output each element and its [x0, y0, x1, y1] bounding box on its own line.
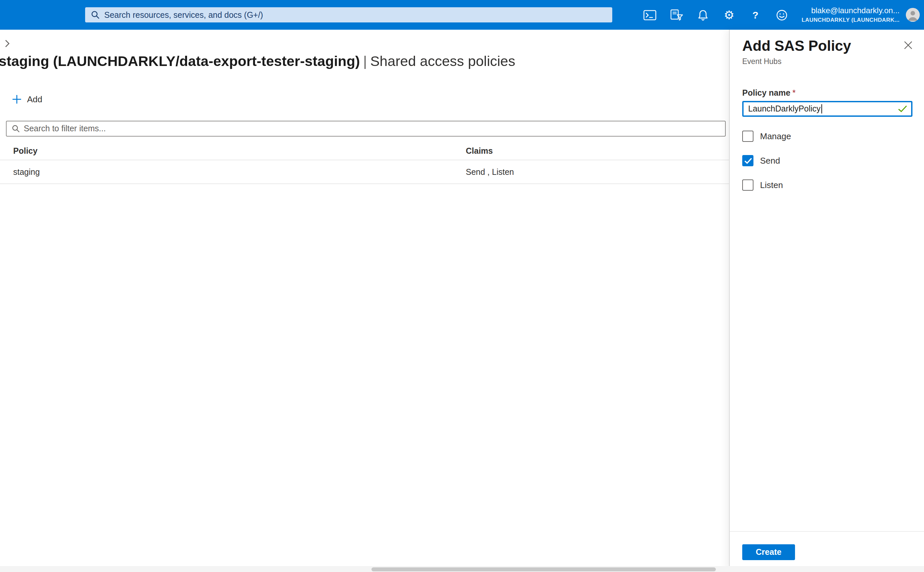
azure-portal-window: ⚙ ? blake@launchdarkly.on... LAUNCHDARKL… [0, 0, 924, 572]
send-checkbox[interactable] [742, 155, 753, 166]
policy-name-value: LaunchDarklyPolicy [748, 104, 821, 113]
checkbox-row-manage: Manage [742, 131, 912, 142]
filter-search-icon [12, 125, 20, 133]
filter-input[interactable] [24, 124, 720, 133]
help-icon: ? [752, 10, 758, 20]
policy-name-label-text: Policy name [742, 89, 790, 98]
close-button[interactable] [902, 38, 915, 51]
policies-table: Policy Claims staging Send , Listen [0, 142, 729, 184]
command-bar: Add [12, 94, 42, 104]
checkbox-row-send: Send [742, 155, 912, 166]
policy-name-input[interactable]: LaunchDarklyPolicy [742, 101, 912, 117]
horizontal-scrollbar-track[interactable] [0, 566, 924, 572]
checkbox-row-listen: Listen [742, 179, 912, 191]
column-header-policy: Policy [13, 146, 466, 155]
smiley-icon [776, 9, 788, 21]
account-email: blake@launchdarkly.on... [801, 6, 899, 16]
gear-icon: ⚙ [724, 9, 734, 21]
panel-title: Add SAS Policy [742, 37, 912, 55]
directory-filter-button[interactable] [663, 0, 690, 30]
required-asterisk: * [792, 89, 796, 98]
create-button[interactable]: Create [742, 544, 795, 560]
topbar-icon-group: ⚙ ? [637, 0, 795, 30]
account-menu[interactable]: blake@launchdarkly.on... LAUNCHDARKLY (L… [801, 6, 899, 23]
search-icon [91, 11, 99, 19]
account-tenant: LAUNCHDARKLY (LAUNCHDARK... [801, 17, 899, 24]
add-sas-policy-panel: Add SAS Policy Event Hubs Policy name* L… [729, 30, 924, 572]
bell-icon [697, 9, 708, 21]
add-button-label: Add [27, 94, 42, 104]
add-button[interactable]: Add [12, 94, 42, 104]
table-row[interactable]: staging Send , Listen [0, 160, 729, 184]
panel-inner: Add SAS Policy Event Hubs Policy name* L… [730, 30, 924, 572]
listen-checkbox-label: Listen [760, 180, 783, 190]
settings-button[interactable]: ⚙ [716, 0, 742, 30]
cloud-shell-button[interactable] [637, 0, 663, 30]
valid-check-icon [898, 105, 907, 112]
top-bar: ⚙ ? blake@launchdarkly.on... LAUNCHDARKL… [0, 0, 924, 30]
global-search[interactable] [85, 7, 612, 22]
manage-checkbox-label: Manage [760, 131, 791, 141]
page-title-resource: staging (LAUNCHDARKLY/data-export-tester… [0, 53, 360, 69]
breadcrumb-chevron-icon [5, 38, 10, 50]
global-search-input[interactable] [104, 10, 606, 19]
plus-icon [12, 94, 22, 104]
directory-filter-icon [670, 9, 683, 20]
policy-cell: staging [13, 167, 466, 177]
send-checkbox-label: Send [760, 156, 780, 166]
page-title-blade: Shared access policies [370, 53, 515, 69]
text-caret [822, 104, 822, 113]
close-icon [904, 40, 912, 49]
table-header-row: Policy Claims [0, 142, 729, 160]
horizontal-scrollbar-thumb[interactable] [371, 567, 716, 571]
filter-box[interactable] [6, 121, 726, 137]
manage-checkbox[interactable] [742, 131, 753, 142]
page-title-separator: | [360, 53, 370, 69]
cloud-shell-icon [643, 9, 657, 20]
main-content: staging (LAUNCHDARKLY/data-export-tester… [0, 30, 729, 572]
avatar[interactable] [905, 8, 919, 22]
help-button[interactable]: ? [742, 0, 769, 30]
column-header-claims: Claims [466, 146, 729, 155]
feedback-button[interactable] [769, 0, 795, 30]
policy-name-label: Policy name* [742, 89, 912, 98]
page-title: staging (LAUNCHDARKLY/data-export-tester… [0, 53, 515, 70]
notifications-button[interactable] [690, 0, 716, 30]
listen-checkbox[interactable] [742, 179, 753, 191]
claims-cell: Send , Listen [466, 167, 729, 177]
panel-subtitle: Event Hubs [742, 58, 912, 65]
